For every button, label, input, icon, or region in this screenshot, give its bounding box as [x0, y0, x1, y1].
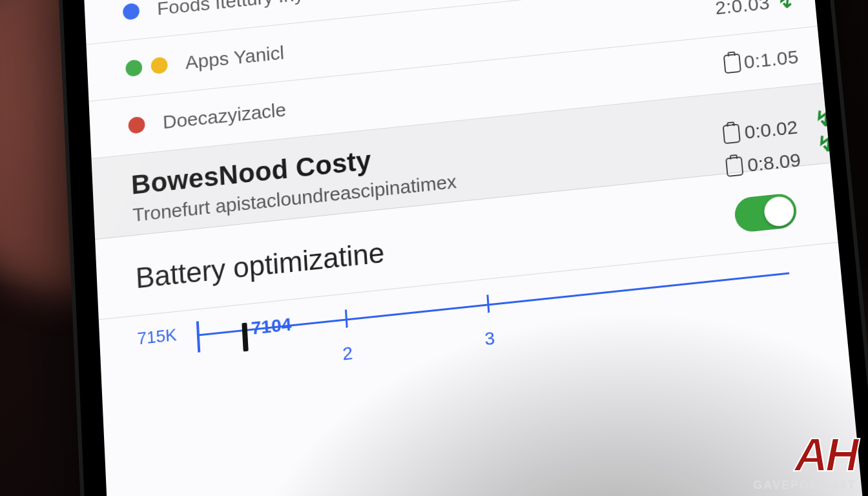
graph-marker-label: 7104 [251, 314, 292, 339]
list-item-value: 0:1.05 [723, 46, 800, 75]
list-item-value: 2:0.03↯ [714, 0, 794, 19]
graph-y-label: 715K [137, 325, 177, 349]
graph-x-label: 3 [484, 328, 495, 350]
dot-icon [150, 57, 168, 75]
battery-optimization-label: Battery optimizatine [135, 236, 386, 294]
dot-icon [128, 116, 145, 134]
detail-side-values: 0:0.02 0:8.09 [722, 116, 801, 178]
graph-tick [196, 321, 201, 353]
battery-icon [723, 54, 741, 74]
dot-icon [123, 3, 140, 21]
battery-icon [725, 156, 743, 177]
graph-x-label: 2 [342, 343, 353, 365]
dot-icon [125, 59, 143, 78]
battery-optimization-toggle[interactable] [734, 192, 798, 233]
graph-marker[interactable]: 7104 [242, 323, 248, 352]
trend-up-icon: ↯ [772, 0, 794, 13]
battery-icon [722, 123, 740, 144]
